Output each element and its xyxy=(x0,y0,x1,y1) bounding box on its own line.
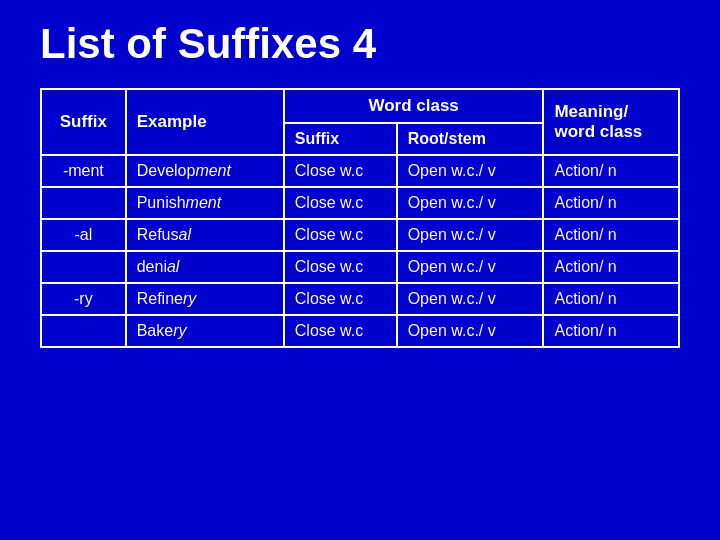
cell-suffix: -ment xyxy=(41,155,126,187)
cell-meaning: Action/ n xyxy=(543,155,679,187)
header-row-1: Suffix Example Word class Meaning/ word … xyxy=(41,89,679,123)
col-header-suffix: Suffix xyxy=(41,89,126,155)
cell-meaning: Action/ n xyxy=(543,283,679,315)
suffixes-table: Suffix Example Word class Meaning/ word … xyxy=(40,88,680,348)
cell-example: Development xyxy=(126,155,284,187)
cell-meaning: Action/ n xyxy=(543,315,679,347)
cell-suffix xyxy=(41,251,126,283)
cell-wc-suffix: Close w.c xyxy=(284,315,397,347)
table-body: -mentDevelopmentClose w.cOpen w.c./ vAct… xyxy=(41,155,679,347)
page-title: List of Suffixes 4 xyxy=(40,20,680,68)
table-row: BakeryClose w.cOpen w.c./ vAction/ n xyxy=(41,315,679,347)
cell-meaning: Action/ n xyxy=(543,251,679,283)
cell-wc-suffix: Close w.c xyxy=(284,283,397,315)
table-wrapper: Suffix Example Word class Meaning/ word … xyxy=(40,88,680,348)
cell-wc-suffix: Close w.c xyxy=(284,187,397,219)
table-row: PunishmentClose w.cOpen w.c./ vAction/ n xyxy=(41,187,679,219)
table-row: -ryRefineryClose w.cOpen w.c./ vAction/ … xyxy=(41,283,679,315)
cell-suffix xyxy=(41,187,126,219)
table-row: denialClose w.cOpen w.c./ vAction/ n xyxy=(41,251,679,283)
col-header-rootstem: Root/stem xyxy=(397,123,544,155)
cell-rootstem: Open w.c./ v xyxy=(397,219,544,251)
col-header-wordclass: Word class xyxy=(284,89,544,123)
cell-wc-suffix: Close w.c xyxy=(284,219,397,251)
cell-example: Refusal xyxy=(126,219,284,251)
cell-example: Punishment xyxy=(126,187,284,219)
cell-suffix: -ry xyxy=(41,283,126,315)
cell-meaning: Action/ n xyxy=(543,219,679,251)
cell-rootstem: Open w.c./ v xyxy=(397,251,544,283)
col-header-wc-suffix: Suffix xyxy=(284,123,397,155)
cell-wc-suffix: Close w.c xyxy=(284,251,397,283)
cell-wc-suffix: Close w.c xyxy=(284,155,397,187)
cell-meaning: Action/ n xyxy=(543,187,679,219)
col-header-meaning: Meaning/ word class xyxy=(543,89,679,155)
cell-example: denial xyxy=(126,251,284,283)
cell-rootstem: Open w.c./ v xyxy=(397,155,544,187)
col-header-example: Example xyxy=(126,89,284,155)
table-row: -mentDevelopmentClose w.cOpen w.c./ vAct… xyxy=(41,155,679,187)
page-container: List of Suffixes 4 Suffix Example Word c… xyxy=(0,0,720,540)
cell-rootstem: Open w.c./ v xyxy=(397,315,544,347)
cell-rootstem: Open w.c./ v xyxy=(397,283,544,315)
cell-suffix xyxy=(41,315,126,347)
cell-suffix: -al xyxy=(41,219,126,251)
cell-example: Bakery xyxy=(126,315,284,347)
cell-rootstem: Open w.c./ v xyxy=(397,187,544,219)
cell-example: Refinery xyxy=(126,283,284,315)
table-row: -alRefusalClose w.cOpen w.c./ vAction/ n xyxy=(41,219,679,251)
